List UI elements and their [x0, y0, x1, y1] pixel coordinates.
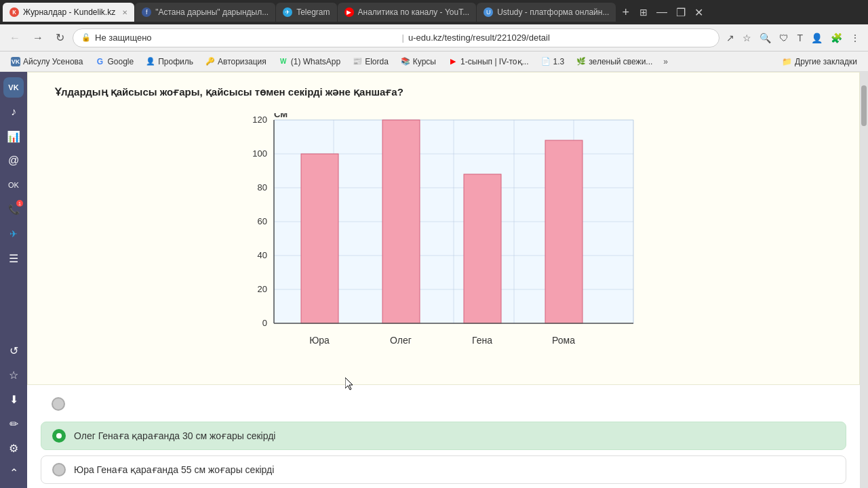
sidebar-icon-ok[interactable]: OK: [3, 175, 24, 195]
bookmark-profile[interactable]: 👤 Профиль: [140, 56, 199, 68]
bookmark-whatsapp[interactable]: W (1) WhatsApp: [273, 56, 346, 68]
tab-label-ustudy: Ustudy - платформа онлайн...: [497, 7, 609, 17]
tab-close-kundelik[interactable]: ✕: [122, 9, 127, 16]
close-window-button[interactable]: ✕: [690, 3, 707, 22]
star-button[interactable]: ☆: [740, 30, 754, 46]
folder-icon: 📁: [782, 57, 792, 66]
tab-youtube[interactable]: ▶ Аналитика по каналу - YouT...: [338, 3, 477, 22]
protocol-label: Не защищено: [95, 33, 398, 43]
scrollbar[interactable]: [860, 72, 868, 488]
star-icon: ☆: [9, 369, 18, 382]
menu-button[interactable]: ⋮: [848, 30, 863, 46]
question-text: Ұлдардың қайсысы жоғары, қайсысы төмен с…: [55, 86, 832, 98]
translate-button[interactable]: T: [794, 30, 806, 46]
answer-option-1[interactable]: Олег Генаға қарағанда 30 см жоғары секір…: [41, 422, 846, 450]
1-3-icon: 📄: [541, 57, 551, 66]
chart-icon: 📊: [7, 130, 20, 143]
vk-sidebar-icon: VK: [8, 83, 18, 92]
bookmark-label-1synyp: 1-сынып | IV-тоқ...: [460, 57, 529, 66]
svg-text:Юра: Юра: [309, 335, 330, 346]
sidebar-icon-edit[interactable]: ✏: [3, 413, 24, 434]
extensions-icon[interactable]: 🧩: [828, 30, 845, 46]
zeleny-icon: 🌿: [576, 57, 586, 66]
sidebar-icon-mail[interactable]: @: [3, 150, 24, 171]
sidebar-icon-settings[interactable]: ⚙: [3, 438, 24, 458]
music-icon: ♪: [11, 106, 16, 118]
lens-button[interactable]: 🔍: [757, 30, 774, 46]
svg-text:40: 40: [258, 250, 267, 260]
bookmark-1-3[interactable]: 📄 1.3: [536, 56, 570, 68]
radio-circle-2: [52, 463, 66, 476]
svg-text:80: 80: [258, 182, 267, 192]
tab-kundelik[interactable]: К Журналдар - Kundelik.kz ✕: [3, 3, 134, 22]
minimize-button[interactable]: —: [652, 3, 671, 21]
sidebar-icon-history[interactable]: ↺: [3, 340, 24, 361]
chart-container: 0 20 40 60 80 100 120 СМ: [55, 106, 832, 371]
radio-inner-1: [56, 433, 62, 439]
1synyp-icon: ▶: [448, 57, 458, 66]
elorda-icon: 📰: [353, 57, 362, 66]
nav-actions: ↗ ☆ 🔍 🛡 T 👤 🧩 ⋮: [724, 30, 863, 46]
svg-text:Рома: Рома: [552, 335, 575, 346]
sidebar-icon-collapse[interactable]: ⌃: [3, 462, 24, 483]
profile-icon: 👤: [146, 57, 155, 66]
bookmark-kursy[interactable]: 📚 Курсы: [395, 56, 441, 68]
tab-astana[interactable]: f "Астана дарыны" дарындыл...: [135, 3, 275, 22]
bookmark-label-vk: Айсулу Усенова: [23, 57, 83, 66]
svg-text:20: 20: [258, 284, 267, 294]
svg-text:60: 60: [258, 216, 267, 226]
sidebar-icon-star[interactable]: ☆: [3, 365, 24, 385]
sidebar-icon-download[interactable]: ⬇: [3, 389, 24, 409]
bookmarks-bar: VK Айсулу Усенова G Google 👤 Профиль 🔑 А…: [0, 52, 868, 72]
left-sidebar: VK ♪ 📊 @ OK 📞 1 ✈ ☰ ↺ ☆ ⬇: [0, 72, 27, 488]
bookmark-label-1-3: 1.3: [553, 57, 565, 66]
scrollbar-thumb[interactable]: [861, 85, 867, 126]
other-bookmarks-label: Другие закладки: [795, 57, 857, 66]
sidebar-icon-music[interactable]: ♪: [3, 102, 24, 122]
bookmark-1synyp[interactable]: ▶ 1-сынып | IV-тоқ...: [443, 56, 534, 68]
auth-icon: 🔑: [205, 57, 215, 66]
sidebar-icon-phone[interactable]: 📞 1: [3, 199, 24, 220]
address-bar[interactable]: 🔓 Не защищено | u-edu.kz/testing/result/…: [73, 28, 719, 47]
unselected-placeholder-circle: [52, 397, 65, 411]
bookmark-auth[interactable]: 🔑 Авторизация: [200, 56, 272, 68]
sidebar-icon-telegram[interactable]: ✈: [3, 224, 24, 244]
new-tab-button[interactable]: +: [616, 3, 635, 22]
bookmark-google[interactable]: G Google: [90, 56, 140, 68]
restore-button[interactable]: ❐: [672, 3, 690, 22]
answer-option-2[interactable]: Юра Генаға қарағанда 55 см жоғары секірд…: [41, 455, 846, 484]
bookmarks-right: 📁 Другие закладки: [776, 56, 863, 68]
forward-button[interactable]: →: [28, 29, 47, 47]
profile-button[interactable]: 👤: [808, 30, 825, 46]
tab-label-telegram: Telegram: [296, 7, 330, 17]
answer-label-2: Юра Генаға қарағанда 55 см жоғары секірд…: [74, 464, 274, 475]
sidebar-icon-list[interactable]: ☰: [3, 248, 24, 268]
telegram-icon: ✈: [9, 228, 18, 239]
tab-telegram[interactable]: ✈ Telegram: [276, 3, 336, 22]
bookmark-label-whatsapp: (1) WhatsApp: [291, 57, 340, 66]
bookmark-zeleny[interactable]: 🌿 зеленый свежи...: [571, 56, 658, 68]
sidebar-icon-vk[interactable]: VK: [3, 77, 24, 98]
nav-bar: ← → ↻ 🔓 Не защищено | u-edu.kz/testing/r…: [0, 24, 868, 52]
lock-icon: 🔓: [81, 33, 91, 42]
reload-button[interactable]: ↻: [52, 28, 68, 47]
extensions-button[interactable]: ⊞: [635, 7, 652, 18]
bookmark-page-button[interactable]: ↗: [724, 30, 737, 46]
bar-roma: [545, 140, 583, 323]
bookmark-label-kursy: Курсы: [413, 57, 436, 66]
sidebar-icon-chart[interactable]: 📊: [3, 126, 24, 146]
back-button[interactable]: ←: [5, 29, 24, 47]
bookmarks-more-button[interactable]: »: [659, 56, 672, 68]
tab-ustudy[interactable]: U Ustudy - платформа онлайн...: [477, 3, 616, 22]
shield-button[interactable]: 🛡: [776, 30, 791, 46]
main-area: VK ♪ 📊 @ OK 📞 1 ✈ ☰ ↺ ☆ ⬇: [0, 72, 868, 488]
bar-chart: 0 20 40 60 80 100 120 СМ: [233, 113, 654, 357]
list-icon: ☰: [9, 252, 18, 265]
url-text: u-edu.kz/testing/result/221029/detail: [408, 33, 711, 43]
bar-gena: [464, 174, 501, 323]
bookmark-elorda[interactable]: 📰 Elorda: [347, 56, 394, 68]
bookmark-vk[interactable]: VK Айсулу Усенова: [5, 56, 89, 68]
other-bookmarks-button[interactable]: 📁 Другие закладки: [776, 56, 863, 68]
page-content: Ұлдардың қайсысы жоғары, қайсысы төмен с…: [27, 72, 860, 488]
google-icon: G: [96, 57, 105, 66]
